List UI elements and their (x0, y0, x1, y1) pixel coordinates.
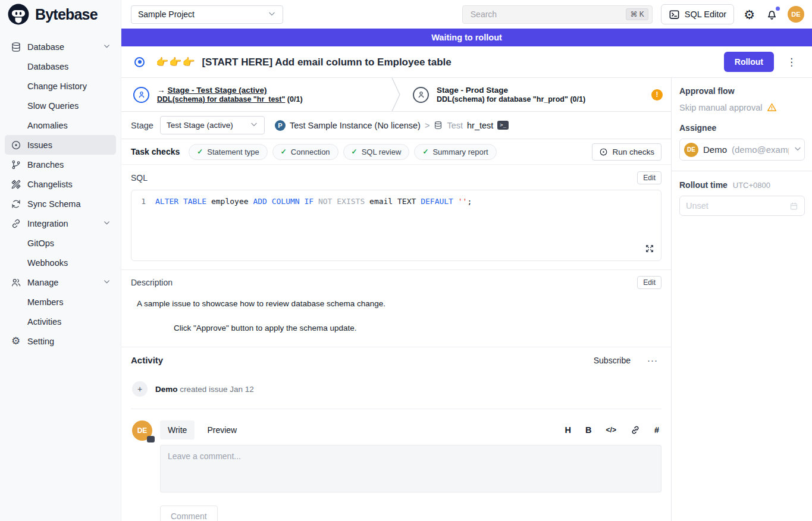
link-button[interactable] (631, 425, 640, 435)
expand-editor-button[interactable] (645, 244, 654, 255)
sidebar-item-label: Changelists (27, 180, 73, 189)
stage-card-prod[interactable]: Stage - Prod Stage DDL(schema) for datab… (401, 78, 671, 111)
chevron-down-icon (103, 278, 111, 287)
sidebar-item-integration[interactable]: Integration (5, 214, 116, 233)
code-button[interactable]: </> (606, 426, 616, 434)
stage-task-link: DDL(schema) for database "hr_test" (157, 95, 285, 103)
sidebar-item-setting[interactable]: ⚙ Setting (5, 331, 116, 351)
description-edit-button[interactable]: Edit (637, 276, 661, 289)
sidebar-item-label: Sync Schema (27, 199, 80, 209)
more-actions-kebab-button[interactable]: ⋮ (780, 55, 802, 70)
sidebar-item-databases[interactable]: Databases (5, 57, 116, 76)
check-passed-icon: ✓ (281, 147, 287, 156)
assignee-select[interactable]: DE Demo (demo@example (679, 139, 805, 161)
assignee-avatar: DE (684, 143, 698, 157)
instance-link[interactable]: Test Sample Instance (No license) (290, 121, 421, 130)
database-breadcrumb: P Test Sample Instance (No license) > Te… (275, 120, 509, 131)
stage-card-test[interactable]: →Stage - Test Stage (active) DDL(schema)… (121, 78, 391, 111)
activity-time: Jan 12 (230, 385, 254, 394)
breadcrumb-separator: > (425, 121, 429, 130)
user-avatar[interactable]: DE (788, 6, 804, 23)
bytebase-logo-icon (7, 3, 30, 26)
rollout-time-label: Rollout time (679, 180, 728, 190)
rollout-time-value: Unset (686, 201, 708, 211)
link-icon (10, 218, 21, 229)
notifications-bell-button[interactable] (764, 7, 779, 22)
sql-section-title: SQL (131, 173, 148, 183)
sidebar-item-label: GitOps (27, 238, 54, 248)
check-pill-summary-report[interactable]: ✓ Summary report (414, 144, 496, 160)
sidebar-item-gitops[interactable]: GitOps (5, 233, 116, 253)
rollout-time-picker[interactable]: Unset (679, 196, 805, 216)
chevron-down-icon (103, 42, 111, 52)
issue-side-panel: Approval flow Skip manual approval Assig… (671, 78, 812, 521)
database-icon (10, 41, 21, 52)
current-stage-arrow: → (157, 86, 165, 95)
check-pill-sql-review[interactable]: ✓ SQL review (343, 144, 410, 160)
sidebar-item-branches[interactable]: Branches (5, 155, 116, 174)
tab-preview[interactable]: Preview (199, 420, 244, 440)
sidebar-item-change-history[interactable]: Change History (5, 76, 116, 96)
bold-button[interactable]: B (585, 425, 591, 435)
chevron-down-icon (103, 219, 111, 228)
sidebar-item-changelists[interactable]: Changelists (5, 174, 116, 194)
sidebar-item-slow-queries[interactable]: Slow Queries (5, 96, 116, 115)
sql-statement: ALTER TABLE employee ADD COLUMN IF NOT E… (155, 197, 472, 206)
search-input[interactable] (469, 9, 626, 20)
check-pill-connection[interactable]: ✓ Connection (272, 144, 338, 160)
search-box[interactable]: ⌘ K (462, 5, 653, 24)
tab-write[interactable]: Write (160, 420, 195, 440)
run-target-icon (599, 147, 608, 156)
comment-input[interactable] (160, 445, 661, 492)
activity-more-button[interactable]: ··· (644, 354, 661, 366)
sidebar-item-sync-schema[interactable]: Sync Schema (5, 194, 116, 214)
users-icon (10, 277, 21, 288)
rollout-button[interactable]: Rollout (724, 52, 774, 72)
subscribe-button[interactable]: Subscribe (590, 355, 634, 366)
activity-section: Activity Subscribe ··· + Demo created is… (121, 347, 671, 409)
run-checks-button[interactable]: Run checks (592, 143, 661, 161)
notification-dot (776, 7, 780, 11)
terminal-icon (669, 9, 680, 20)
sidebar-item-label: Integration (27, 219, 68, 228)
project-select[interactable]: Sample Project (131, 5, 283, 24)
database-link[interactable]: hr_test (467, 121, 493, 130)
status-banner: Waiting to rollout (121, 29, 812, 46)
open-in-sql-editor-icon[interactable]: >_ (497, 121, 509, 130)
settings-gear-button[interactable]: ⚙ (742, 7, 756, 22)
stage-title-link: Stage - Test Stage (active) (168, 86, 267, 95)
bytebase-logo[interactable]: Bytebase (0, 0, 121, 29)
comment-submit-button[interactable]: Comment (160, 506, 218, 521)
sidebar-item-label: Webhooks (27, 258, 68, 268)
hash-button[interactable]: # (654, 425, 659, 435)
sidebar-item-webhooks[interactable]: Webhooks (5, 253, 116, 272)
sql-editor-button[interactable]: SQL Editor (661, 4, 734, 24)
link-icon (631, 425, 640, 435)
activity-action: created issue (180, 385, 227, 394)
activity-actor: Demo (155, 385, 178, 394)
sidebar-item-members[interactable]: Members (5, 292, 116, 312)
gear-icon: ⚙ (744, 8, 755, 21)
heading-button[interactable]: H (565, 425, 571, 435)
sidebar-item-anomalies[interactable]: Anomalies (5, 115, 116, 135)
check-pill-statement-type[interactable]: ✓ Statement type (189, 144, 268, 160)
stage-select[interactable]: Test Stage (active) (160, 116, 265, 134)
comment-editor: DE Write Preview H B </> (121, 409, 671, 521)
sql-editor[interactable]: 1 ALTER TABLE employee ADD COLUMN IF NOT… (131, 190, 661, 261)
stage-title: Stage - Prod Stage (437, 86, 585, 95)
description-section: Description Edit A sample issue to showc… (121, 269, 671, 347)
sidebar-item-database[interactable]: Database (5, 37, 116, 57)
project-select-value: Sample Project (138, 10, 195, 19)
markdown-toolbar: H B </> # (565, 425, 661, 435)
sidebar-item-activities[interactable]: Activities (5, 312, 116, 331)
issue-title: 👉👉👉 [START HERE] Add email column to Emp… (156, 56, 452, 68)
issues-icon (10, 139, 21, 150)
app-root: Bytebase Database Databases Change Histo… (0, 0, 812, 521)
sql-edit-button[interactable]: Edit (637, 171, 661, 184)
approval-flow-label: Approval flow (679, 86, 805, 96)
sidebar-item-manage[interactable]: Manage (5, 272, 116, 292)
expand-icon (645, 244, 654, 253)
sidebar-item-issues[interactable]: Issues (5, 135, 116, 155)
assignee-person-icon (413, 87, 429, 103)
sync-refresh-icon (10, 198, 21, 209)
